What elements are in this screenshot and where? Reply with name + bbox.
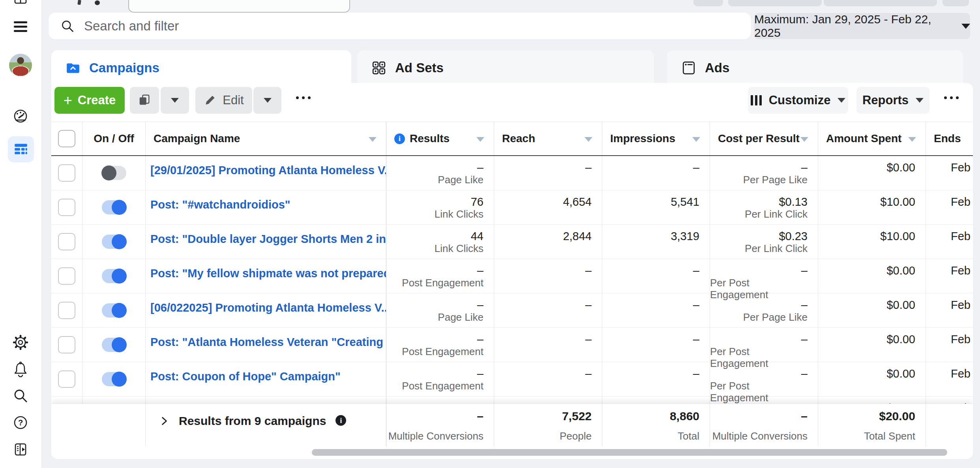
cutoff-input-box xyxy=(128,0,350,13)
collapse-panel-icon[interactable] xyxy=(13,442,28,457)
chevron-right-icon[interactable] xyxy=(159,416,169,426)
campaign-toggle[interactable] xyxy=(102,303,126,318)
sort-icon xyxy=(369,137,377,142)
table-row: Post: "#watchandroidios" 76Link Clicks 4… xyxy=(51,190,973,225)
cell-amount-spent: $0.00 xyxy=(818,293,926,327)
select-all-checkbox[interactable] xyxy=(58,130,75,147)
campaign-toggle[interactable] xyxy=(102,166,126,180)
bell-icon[interactable] xyxy=(13,361,28,377)
tab-campaigns[interactable]: Campaigns xyxy=(51,50,351,86)
horizontal-scrollbar-thumb[interactable] xyxy=(312,449,947,456)
edit-button[interactable]: Edit xyxy=(195,87,252,114)
gear-icon[interactable] xyxy=(13,335,28,350)
summary-results: – Multiple Conversions xyxy=(386,404,494,446)
help-icon[interactable]: ? xyxy=(13,415,28,430)
cell-amount-spent: $0.00 xyxy=(818,156,926,190)
info-icon[interactable]: i xyxy=(394,133,405,144)
header-impressions-label: Impressions xyxy=(610,132,675,145)
columns-icon xyxy=(751,95,762,105)
cell-results: 76Link Clicks xyxy=(386,190,494,224)
more-actions-button[interactable] xyxy=(296,96,311,99)
campaign-toggle[interactable] xyxy=(102,372,126,386)
reports-button-label: Reports xyxy=(862,93,909,107)
duplicate-button[interactable] xyxy=(130,87,159,114)
customize-button[interactable]: Customize xyxy=(748,87,848,114)
row-checkbox[interactable] xyxy=(58,199,75,216)
gauge-icon[interactable] xyxy=(13,109,28,124)
row-checkbox[interactable] xyxy=(58,336,75,353)
header-ends[interactable]: Ends xyxy=(926,122,973,155)
cell-reach: – xyxy=(494,156,602,190)
campaign-name-link[interactable] xyxy=(146,397,386,404)
row-checkbox[interactable] xyxy=(58,302,75,319)
cell-ends: Feb xyxy=(926,259,973,293)
cell-amount-spent: $0.00 xyxy=(818,362,926,396)
campaign-toggle[interactable] xyxy=(102,200,126,214)
row-checkbox[interactable] xyxy=(58,267,75,285)
table-row: Post: "Double layer Jogger Shorts Men 2 … xyxy=(51,225,973,259)
header-reach[interactable]: Reach xyxy=(494,122,602,155)
header-campaign-name[interactable]: Campaign Name xyxy=(145,122,386,155)
cell-cost-per-result: –Per Page Like xyxy=(710,293,818,327)
avatar[interactable] xyxy=(9,54,32,77)
create-button[interactable]: + Create xyxy=(54,87,125,114)
table-row: Post: Coupon of Hope" Campaign" –Post En… xyxy=(51,362,973,397)
cell-ends: Feb xyxy=(926,293,973,327)
cell-cost-per-result: $0.23Per Link Click xyxy=(710,225,818,259)
duplicate-options-button[interactable] xyxy=(161,87,189,114)
campaign-name-link[interactable]: [29/01/2025] Promoting Atlanta Homeless … xyxy=(146,156,386,177)
chevron-down-icon xyxy=(171,98,179,103)
copy-icon xyxy=(138,94,151,107)
table-row: Post: "Atlanta Homeless Veteran "Creatin… xyxy=(51,328,973,362)
campaign-name-link[interactable]: Post: "My fellow shipmate was not prepar… xyxy=(146,259,386,280)
tab-ad-sets[interactable]: Ad Sets xyxy=(357,50,654,86)
campaign-name-link[interactable]: Post: "#watchandroidios" xyxy=(146,190,386,211)
cell-ends: Feb xyxy=(926,190,973,224)
cell-impressions: 3,319 xyxy=(602,225,710,259)
storefront-icon[interactable] xyxy=(13,0,28,10)
summary-impressions: 8,860 Total xyxy=(602,404,710,446)
header-cost-per-result-label: Cost per Result xyxy=(718,132,800,145)
header-results[interactable]: i Results xyxy=(386,122,494,155)
campaign-name-link[interactable]: Post: "Atlanta Homeless Veteran "Creatin… xyxy=(146,328,386,349)
reports-button[interactable]: Reports xyxy=(856,87,929,114)
summary-cost-per-result: – Multiple Conversions xyxy=(710,404,818,446)
edit-options-button[interactable] xyxy=(253,87,281,114)
chevron-down-icon xyxy=(916,98,924,103)
cell-amount-spent: $0.00 xyxy=(818,328,926,362)
campaign-toggle[interactable] xyxy=(102,338,126,352)
campaign-toggle[interactable] xyxy=(102,235,126,249)
cell-cost-per-result: –Per Post Engagement xyxy=(710,328,818,362)
row-checkbox[interactable] xyxy=(58,370,75,388)
pencil-icon xyxy=(204,94,216,107)
header-amount-spent[interactable]: Amount Spent xyxy=(818,122,926,155)
info-icon[interactable]: i xyxy=(335,415,346,426)
customize-button-label: Customize xyxy=(769,93,831,107)
header-impressions[interactable]: Impressions xyxy=(602,122,710,155)
search-icon[interactable] xyxy=(13,388,28,404)
tab-ads-label: Ads xyxy=(705,60,729,75)
ad-sets-grid-icon xyxy=(371,60,386,75)
cell-ends: Feb xyxy=(926,328,973,362)
tab-ads[interactable]: Ads xyxy=(667,50,963,86)
horizontal-scrollbar xyxy=(51,446,973,459)
tab-ad-sets-label: Ad Sets xyxy=(395,60,444,75)
row-checkbox[interactable] xyxy=(58,233,75,250)
menu-icon[interactable] xyxy=(13,19,28,35)
campaign-toggle[interactable] xyxy=(102,269,126,283)
cutoff-button xyxy=(824,0,937,6)
cell-reach: – xyxy=(494,259,602,293)
campaign-name-link[interactable]: [06/022025] Promoting Atlanta Homeless V… xyxy=(146,293,386,314)
header-cost-per-result[interactable]: Cost per Result xyxy=(710,122,818,155)
more-table-options-button[interactable] xyxy=(944,96,959,99)
date-range-selector[interactable]: Maximum: Jan 29, 2025 - Feb 22, 2025 xyxy=(754,13,970,39)
campaign-name-link[interactable]: Post: Coupon of Hope" Campaign" xyxy=(146,362,386,383)
search-and-filter-bar[interactable] xyxy=(49,13,751,39)
sidebar-item-campaigns-active[interactable] xyxy=(8,136,34,162)
cell-amount-spent: $10.00 xyxy=(818,225,926,259)
campaign-name-link[interactable]: Post: "Double layer Jogger Shorts Men 2 … xyxy=(146,225,386,246)
search-input[interactable] xyxy=(83,18,751,34)
header-on-off[interactable]: On / Off xyxy=(82,122,145,155)
left-sidebar: ? xyxy=(0,0,42,468)
row-checkbox[interactable] xyxy=(58,164,75,182)
